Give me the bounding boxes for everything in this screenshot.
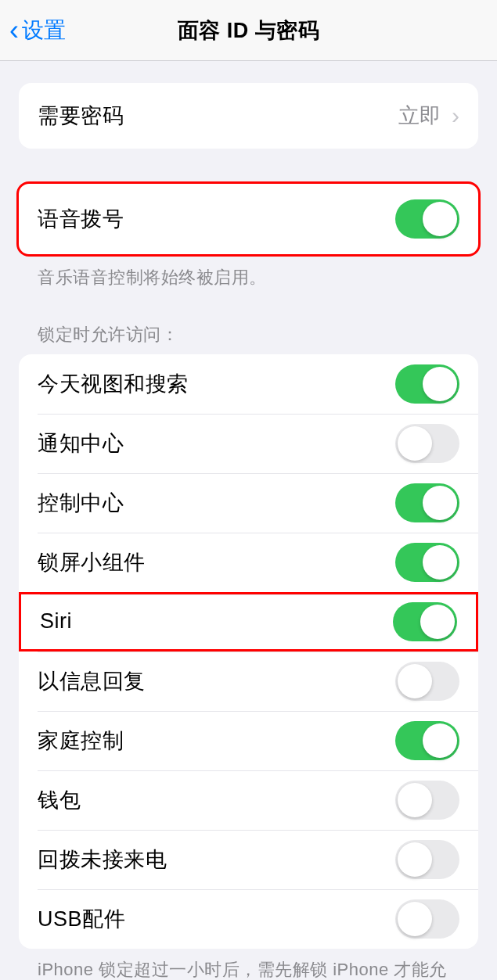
voice-dial-footer: 音乐语音控制将始终被启用。 (19, 257, 478, 290)
locked-access-header: 锁定时允许访问： (19, 323, 478, 354)
today-view-label: 今天视图和搜索 (38, 370, 189, 398)
locked-access-footer: iPhone 锁定超过一小时后，需先解锁 iPhone 才能允许USB 配件连接… (19, 949, 478, 980)
notification-center-toggle[interactable] (395, 424, 459, 463)
voice-dial-label: 语音拨号 (38, 205, 124, 233)
lock-screen-widgets-toggle[interactable] (395, 543, 459, 582)
notification-center-label: 通知中心 (38, 429, 124, 458)
return-missed-calls-toggle[interactable] (395, 840, 459, 879)
return-missed-calls-cell: 回拨未接来电 (19, 830, 478, 889)
reply-message-toggle[interactable] (395, 662, 459, 701)
notification-center-cell: 通知中心 (19, 414, 478, 473)
require-passcode-label: 需要密码 (38, 102, 124, 130)
home-control-cell: 家庭控制 (19, 711, 478, 770)
today-view-toggle[interactable] (395, 364, 459, 404)
siri-cell: Siri (19, 592, 478, 652)
usb-accessories-toggle[interactable] (395, 899, 459, 939)
back-button[interactable]: ‹ 设置 (0, 16, 66, 45)
siri-label: Siri (40, 609, 72, 634)
reply-message-label: 以信息回复 (38, 667, 146, 695)
voice-dial-group: 语音拨号 (16, 181, 481, 257)
locked-access-list: 今天视图和搜索通知中心控制中心锁屏小组件Siri以信息回复家庭控制钱包回拨未接来… (19, 354, 478, 949)
page-title: 面容 ID 与密码 (178, 16, 320, 45)
require-passcode-cell[interactable]: 需要密码 立即 › (19, 83, 478, 149)
wallet-label: 钱包 (38, 786, 81, 814)
wallet-cell: 钱包 (19, 770, 478, 830)
control-center-cell: 控制中心 (19, 473, 478, 533)
wallet-toggle[interactable] (395, 781, 459, 820)
siri-toggle[interactable] (393, 602, 457, 641)
control-center-toggle[interactable] (395, 483, 459, 522)
usb-accessories-label: USB配件 (38, 905, 125, 933)
voice-dial-cell: 语音拨号 (19, 184, 478, 254)
control-center-label: 控制中心 (38, 489, 124, 517)
home-control-label: 家庭控制 (38, 727, 124, 755)
lock-screen-widgets-label: 锁屏小组件 (38, 548, 146, 576)
chevron-right-icon: › (452, 102, 459, 129)
nav-bar: ‹ 设置 面容 ID 与密码 (0, 0, 497, 61)
back-label: 设置 (22, 16, 66, 45)
chevron-left-icon: ‹ (9, 16, 19, 45)
today-view-cell: 今天视图和搜索 (19, 354, 478, 414)
home-control-toggle[interactable] (395, 721, 459, 760)
return-missed-calls-label: 回拨未接来电 (38, 845, 167, 874)
lock-screen-widgets-cell: 锁屏小组件 (19, 533, 478, 592)
require-passcode-value: 立即 › (398, 102, 459, 130)
voice-dial-toggle[interactable] (395, 199, 459, 239)
usb-accessories-cell: USB配件 (19, 889, 478, 949)
reply-message-cell: 以信息回复 (19, 652, 478, 711)
